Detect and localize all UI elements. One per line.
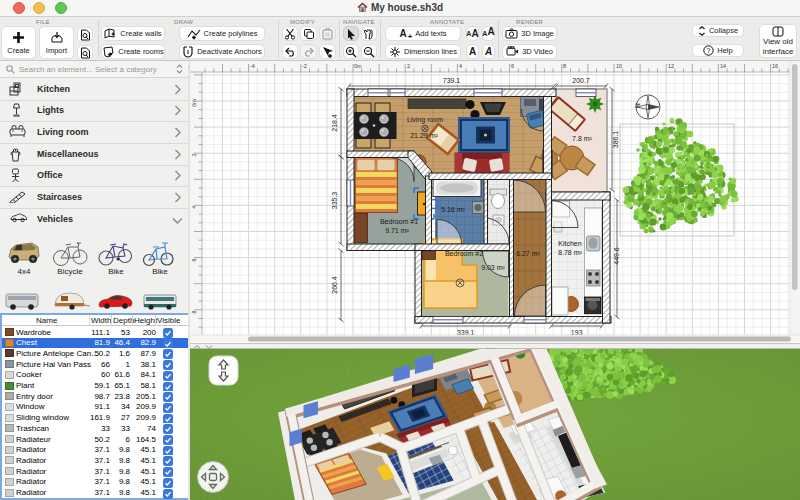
svg-text:10: 10	[616, 63, 622, 69]
svg-text:6: 6	[511, 63, 514, 69]
svg-text:?: ?	[707, 47, 711, 54]
svg-text:N: N	[634, 103, 641, 108]
svg-text:739.1: 739.1	[443, 77, 461, 84]
svg-text:335.3: 335.3	[331, 192, 338, 210]
svg-text:12: 12	[668, 63, 674, 69]
svg-text:8: 8	[191, 310, 197, 313]
svg-text:7.8 m²: 7.8 m²	[572, 135, 593, 142]
svg-text:386.1: 386.1	[612, 131, 619, 149]
svg-text:9.71 m²: 9.71 m²	[385, 227, 409, 234]
svg-text:Living room: Living room	[407, 116, 443, 124]
svg-text:8: 8	[563, 63, 566, 69]
svg-text:Kitchen: Kitchen	[558, 240, 581, 247]
svg-text:6.27 m²: 6.27 m²	[516, 250, 540, 257]
svg-text:6: 6	[191, 258, 197, 261]
svg-text:4: 4	[191, 205, 197, 208]
svg-text:5.16 m²: 5.16 m²	[441, 206, 465, 213]
svg-text:14: 14	[720, 63, 726, 69]
svg-text:2: 2	[407, 63, 410, 69]
svg-text:2: 2	[191, 153, 197, 156]
svg-text:0m: 0m	[191, 99, 197, 107]
svg-text:449.6: 449.6	[613, 247, 620, 265]
svg-text:266.4: 266.4	[331, 276, 338, 294]
svg-text:Bicycle: Bicycle	[57, 267, 83, 276]
svg-text:Bike: Bike	[108, 267, 124, 276]
svg-text:-4: -4	[250, 63, 255, 69]
svg-text:4x4: 4x4	[18, 267, 31, 276]
svg-text:193: 193	[571, 329, 583, 336]
svg-text:0m: 0m	[354, 63, 362, 69]
svg-text:16: 16	[772, 63, 778, 69]
svg-text:Bike: Bike	[152, 267, 168, 276]
svg-text:Bedroom #1: Bedroom #1	[380, 218, 418, 225]
svg-text:21.29 m²: 21.29 m²	[410, 132, 438, 139]
svg-text:Bedroom #2: Bedroom #2	[445, 250, 483, 257]
svg-text:8.78 m²: 8.78 m²	[558, 249, 582, 256]
svg-text:218.4: 218.4	[331, 114, 338, 132]
svg-text:-2: -2	[302, 63, 307, 69]
svg-text:9.03 m²: 9.03 m²	[481, 264, 505, 271]
svg-text:4: 4	[459, 63, 462, 69]
svg-text:200.7: 200.7	[572, 77, 590, 84]
svg-text:339.1: 339.1	[457, 329, 475, 336]
